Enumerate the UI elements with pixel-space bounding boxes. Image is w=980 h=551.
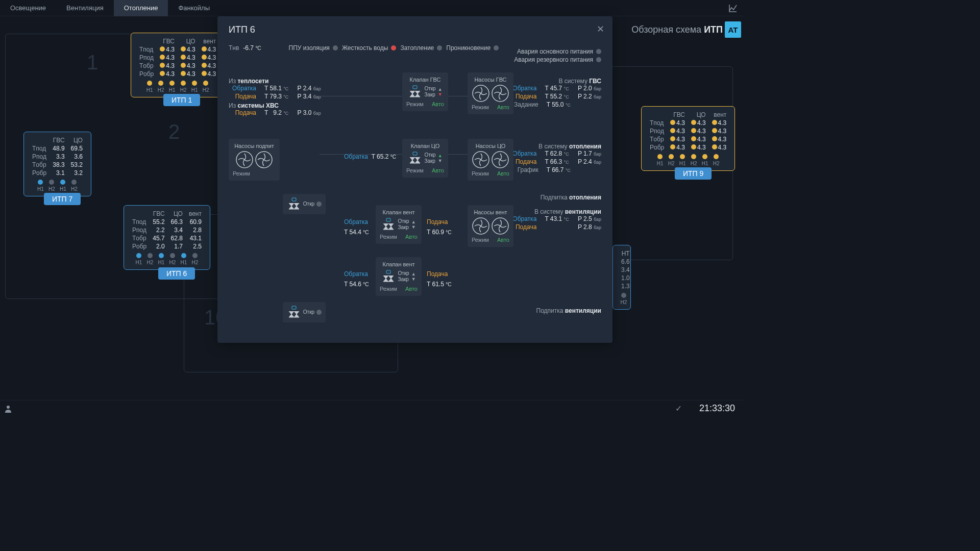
itp6-modal: ИТП 6 ✕ Тнв -6.7 °C ППУ изоляция Жесткос… (217, 16, 612, 343)
fan-icon (472, 85, 489, 102)
top-tabs: Освещение Вентиляция Отопление Фанкойлы (0, 0, 743, 16)
valve-icon (287, 305, 301, 319)
fan-icon (255, 151, 273, 168)
svg-rect-9 (292, 306, 296, 309)
alarm-right: Авария основного питания Авария резервно… (514, 48, 601, 64)
valve-icon (381, 217, 396, 232)
fan-icon (492, 85, 509, 102)
itp-nt-partial[interactable]: НТ 6.6 3.4 1.0 1.3 Н2 (612, 245, 631, 310)
itp7-label[interactable]: ИТП 7 (44, 193, 81, 205)
fan-icon (492, 151, 509, 168)
vent2-obr: Обратка T 54.6 °C (344, 270, 369, 288)
tab-fancoils[interactable]: Фанкойлы (168, 0, 220, 16)
fan-icon (236, 151, 253, 168)
valve-icon (287, 197, 301, 211)
makeup-vent: Подпитка вентиляции (536, 307, 601, 314)
makeup-heat: Подпитка отопления (541, 194, 601, 201)
output-gvs: В систему ГВС Обратка T 45.7 °C P 2.0 ба… (509, 78, 601, 109)
close-icon[interactable]: ✕ (597, 23, 604, 35)
modal-title: ИТП 6 (229, 24, 601, 35)
itp6-card[interactable]: ГВСЦОвент Tпод55.266.360.9 Pпод2.23.42.8… (124, 205, 210, 270)
tab-lighting[interactable]: Освещение (0, 0, 56, 16)
clock: 21:33:30 (699, 403, 735, 414)
pump-makeup[interactable]: Насосы подпит Режим (229, 139, 280, 181)
fan-icon (472, 217, 489, 235)
source-heat: Из теплосети Обратка T 58.1 °C P 2.4 бар… (229, 78, 321, 117)
valve-icon (408, 151, 422, 165)
co-obr: Обратка T 65.2 °C (344, 153, 396, 160)
pump-gvs[interactable]: Насосы ГВС РежимАвто (468, 72, 513, 114)
valve-icon (381, 269, 396, 284)
svg-rect-10 (386, 218, 390, 221)
valve-gvs[interactable]: Клапан ГВС ОткрЗакр ▲▼ РежимАвто (402, 72, 448, 111)
tab-heating[interactable]: Отопление (114, 0, 168, 16)
user-icon[interactable] (0, 400, 16, 417)
svg-rect-13 (386, 270, 390, 273)
itp1-label[interactable]: ИТП 1 (163, 94, 200, 106)
itp1-card[interactable]: ГВСЦОвент Tпод4.34.34.3 Pпод4.34.34.3 Tо… (131, 33, 225, 97)
itp7-card[interactable]: ГВСЦО Tпод48.969.5 Pпод3.33.6 Tобр38.353… (23, 132, 91, 196)
valve-icon (408, 85, 422, 99)
chart-icon[interactable] (727, 2, 739, 14)
itp9-card[interactable]: ГВСЦОвент Tпод4.34.34.3 Pпод4.34.34.3 Tо… (641, 106, 735, 171)
pump-co[interactable]: Насосы ЦО РежимАвто (468, 139, 513, 181)
output-co: В систему отопления Обратка T 62.8 °C P … (509, 143, 601, 174)
valve-open-1[interactable]: Откр (283, 194, 326, 214)
valve-vent-2[interactable]: Клапан вент ОткрЗакр ▲▼ РежимАвто (376, 257, 422, 296)
vent2-pod: Подача T 61.5 °C (427, 270, 451, 288)
pump-vent[interactable]: Насосы вент РежимАвто (468, 205, 513, 247)
valve-open-2[interactable]: Откр (283, 302, 326, 322)
fan-icon (472, 151, 489, 168)
check-icon[interactable]: ✓ (675, 404, 682, 413)
tab-ventilation[interactable]: Вентиляция (56, 0, 114, 16)
svg-rect-8 (292, 198, 296, 201)
fan-icon (492, 217, 509, 235)
zone-1: 1 (87, 51, 98, 74)
itp6-label[interactable]: ИТП 6 (158, 267, 195, 280)
bottombar: ✓ 21:33:30 (0, 400, 743, 416)
output-vent: В систему вентиляции Обратка T 43.1 °C P… (509, 208, 601, 232)
zone-2: 2 (168, 120, 180, 143)
vent1-pod: Подача T 60.9 °C (427, 218, 451, 236)
svg-rect-0 (413, 86, 417, 89)
svg-point-14 (7, 406, 10, 409)
valve-co[interactable]: Клапан ЦО ОткрЗакр ▲▼ РежимАвто (402, 139, 448, 178)
svg-rect-3 (413, 152, 417, 155)
valve-vent-1[interactable]: Клапан вент ОткрЗакр ▲▼ РежимАвто (376, 205, 422, 244)
itp9-label[interactable]: ИТП 9 (675, 167, 712, 180)
vent1-obr: Обратка T 54.4 °C (344, 218, 369, 236)
